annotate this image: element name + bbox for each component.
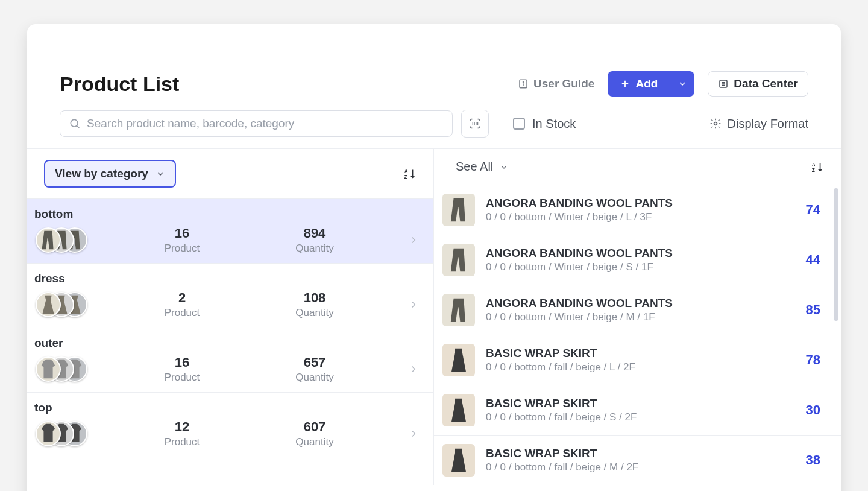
product-info: ANGORA BANDING WOOL PANTS0 / 0 / bottom … xyxy=(486,297,795,323)
chevron-right-icon xyxy=(408,428,420,439)
category-metrics: 12Product607Quantity xyxy=(89,419,408,448)
svg-text:A: A xyxy=(812,162,816,168)
svg-text:Z: Z xyxy=(812,168,815,173)
barcode-scan-button[interactable] xyxy=(461,110,489,138)
category-name: bottom xyxy=(34,207,420,221)
category-name: dress xyxy=(34,272,420,285)
product-row[interactable]: BASIC WRAP SKIRT0 / 0 / bottom / fall / … xyxy=(434,335,841,385)
product-row[interactable]: ANGORA BANDING WOOL PANTS0 / 0 / bottom … xyxy=(434,235,841,285)
data-center-button[interactable]: Data Center xyxy=(708,71,808,97)
metric-product: 12Product xyxy=(134,419,230,448)
metric-quantity: 108Quantity xyxy=(266,290,363,319)
category-pane: View by category A Z xyxy=(27,149,434,485)
product-row[interactable]: BASIC WRAP SKIRT0 / 0 / bottom / fall / … xyxy=(434,385,841,435)
skirt-thumb-icon xyxy=(442,344,475,376)
category-row[interactable]: top12Product607Quantity xyxy=(27,392,433,457)
metric-quantity-label: Quantity xyxy=(266,372,363,384)
in-stock-label: In Stock xyxy=(532,117,576,131)
category-row[interactable]: bottom16Product894Quantity xyxy=(27,198,433,263)
display-format-label: Display Format xyxy=(728,117,808,131)
display-format-button[interactable]: Display Format xyxy=(709,117,808,131)
list-icon xyxy=(718,78,729,89)
toolbar: In Stock Display Format xyxy=(27,97,841,148)
view-by-category-dropdown[interactable]: View by category xyxy=(44,160,176,188)
chevron-right-icon xyxy=(408,364,420,375)
in-stock-filter[interactable]: In Stock xyxy=(513,117,576,131)
metric-quantity-label: Quantity xyxy=(266,242,363,255)
dress-thumb-icon xyxy=(36,292,61,317)
category-thumbs xyxy=(34,421,89,446)
page-title: Product List xyxy=(60,72,179,96)
metric-product-value: 12 xyxy=(134,419,230,435)
metric-product-value: 16 xyxy=(134,226,230,241)
see-all-dropdown[interactable]: See All xyxy=(451,160,509,174)
product-count: 78 xyxy=(806,352,824,368)
metric-quantity-label: Quantity xyxy=(266,307,363,319)
add-button[interactable]: Add xyxy=(608,71,670,97)
category-row[interactable]: dress2Product108Quantity xyxy=(27,263,433,328)
category-row[interactable]: outer16Product657Quantity xyxy=(27,328,433,392)
product-title: BASIC WRAP SKIRT xyxy=(486,447,795,460)
product-path: 0 / 0 / bottom / Winter / beige / L / 3F xyxy=(486,211,795,223)
product-count: 85 xyxy=(806,302,824,318)
gear-icon xyxy=(709,118,722,130)
metric-product-value: 16 xyxy=(134,355,230,370)
data-center-label: Data Center xyxy=(734,77,798,90)
top-thumb-icon xyxy=(36,421,61,446)
scrollbar-thumb[interactable] xyxy=(834,188,838,321)
chevron-right-icon xyxy=(408,299,420,310)
view-by-category-label: View by category xyxy=(55,167,148,180)
svg-text:A: A xyxy=(404,169,408,174)
metric-product: 2Product xyxy=(134,290,230,319)
metric-quantity: 607Quantity xyxy=(266,419,363,448)
product-count: 30 xyxy=(806,402,824,418)
plus-icon xyxy=(620,78,631,89)
svg-point-1 xyxy=(523,81,524,82)
product-path: 0 / 0 / bottom / Winter / beige / S / 1F xyxy=(486,261,795,273)
metric-product-label: Product xyxy=(134,436,230,448)
search-icon xyxy=(69,118,81,130)
product-row[interactable]: ANGORA BANDING WOOL PANTS0 / 0 / bottom … xyxy=(434,285,841,335)
checkbox-unchecked-icon xyxy=(513,118,525,130)
product-info: ANGORA BANDING WOOL PANTS0 / 0 / bottom … xyxy=(486,247,795,273)
category-body: 16Product894Quantity xyxy=(34,226,420,255)
metric-product-label: Product xyxy=(134,307,230,319)
pants-thumb-icon xyxy=(442,194,475,226)
category-list: bottom16Product894Quantitydress2Product1… xyxy=(27,198,433,457)
product-title: ANGORA BANDING WOOL PANTS xyxy=(486,247,795,260)
category-pane-head: View by category A Z xyxy=(27,149,433,198)
metric-quantity: 657Quantity xyxy=(266,355,363,384)
add-dropdown-button[interactable] xyxy=(670,71,694,97)
search-box[interactable] xyxy=(60,110,453,137)
category-metrics: 16Product657Quantity xyxy=(89,355,408,384)
product-path: 0 / 0 / bottom / Winter / beige / M / 1F xyxy=(486,311,795,323)
product-title: BASIC WRAP SKIRT xyxy=(486,347,795,360)
metric-quantity-value: 108 xyxy=(266,290,363,306)
split-pane: View by category A Z xyxy=(27,148,841,485)
user-guide-link[interactable]: User Guide xyxy=(518,77,594,90)
category-thumbs xyxy=(34,227,89,253)
product-info: BASIC WRAP SKIRT0 / 0 / bottom / fall / … xyxy=(486,447,795,474)
product-info: ANGORA BANDING WOOL PANTS0 / 0 / bottom … xyxy=(486,197,795,223)
user-guide-label: User Guide xyxy=(533,77,594,90)
product-row[interactable]: BASIC WRAP SKIRT0 / 0 / bottom / fall / … xyxy=(434,435,841,485)
product-title: ANGORA BANDING WOOL PANTS xyxy=(486,297,795,310)
product-count: 44 xyxy=(806,252,824,268)
metric-quantity: 894Quantity xyxy=(266,226,363,255)
category-body: 12Product607Quantity xyxy=(34,419,420,448)
category-metrics: 2Product108Quantity xyxy=(89,290,408,319)
barcode-icon xyxy=(468,117,482,130)
metric-product: 16Product xyxy=(134,226,230,255)
search-input[interactable] xyxy=(87,117,444,130)
metric-product: 16Product xyxy=(134,355,230,384)
chevron-down-icon xyxy=(678,79,687,89)
sort-az-icon: A Z xyxy=(811,160,824,174)
pants-thumb-icon xyxy=(36,227,61,253)
sort-az-button[interactable]: A Z xyxy=(811,160,824,174)
product-row[interactable]: ANGORA BANDING WOOL PANTS0 / 0 / bottom … xyxy=(434,185,841,235)
chevron-down-icon xyxy=(499,162,509,172)
product-title: BASIC WRAP SKIRT xyxy=(486,397,795,410)
product-list: ANGORA BANDING WOOL PANTS0 / 0 / bottom … xyxy=(434,185,841,485)
sort-az-button[interactable]: A Z xyxy=(403,167,417,180)
category-body: 2Product108Quantity xyxy=(34,290,420,319)
